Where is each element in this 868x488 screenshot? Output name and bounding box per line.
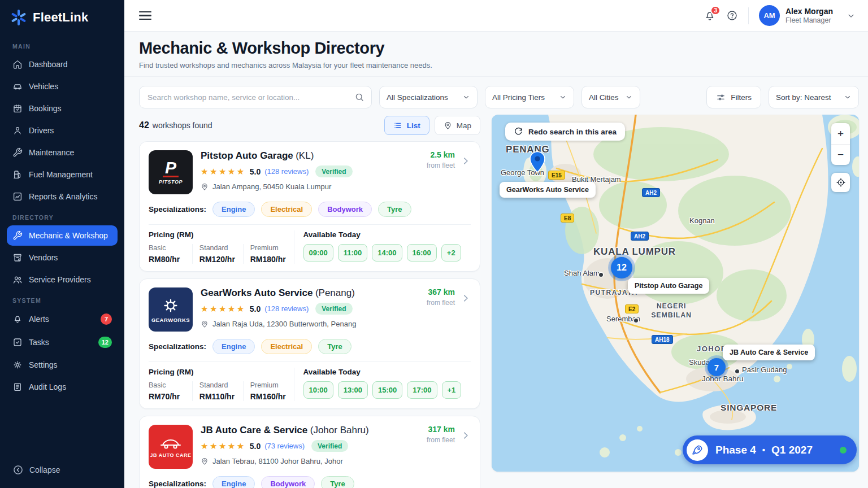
reviews-link[interactable]: (73 reviews) [264,442,305,450]
sidebar: FleetLink MAIN Dashboard Vehicles Bookin… [0,0,124,488]
sidebar-item-vehicles[interactable]: Vehicles [7,76,118,97]
time-slot[interactable]: 17:00 [407,381,437,399]
car-icon [12,81,23,91]
tier-label: Basic [149,381,185,389]
map-cluster-johor-bahru[interactable]: 7 [708,358,726,376]
user-icon [12,125,23,136]
map-region-singapore: SINGAPORE [721,403,777,413]
map-pin-george-town[interactable] [529,151,546,176]
app-root: FleetLink MAIN Dashboard Vehicles Bookin… [0,0,868,488]
search-icon[interactable] [354,92,364,102]
rating-value: 5.0 [250,304,261,313]
filter-toolbar: All Specializations All Pricing Tiers Al… [124,77,868,108]
map-tooltip-gearworks[interactable]: GearWorks Auto Service [500,182,596,198]
specializations-select[interactable]: All Specializations [379,86,478,108]
time-slot[interactable]: 16:00 [407,244,437,262]
sidebar-item-tasks[interactable]: Tasks 12 [7,332,118,353]
time-slot[interactable]: 15:00 [372,381,402,399]
chevron-right-icon[interactable] [461,430,471,443]
availability-title: Available Today [303,230,471,239]
map-town-johor-bahru: Johor Bahru [702,374,744,383]
tier-label: Standard [199,244,236,252]
sidebar-item-label: Mechanic & Workshop [29,231,108,240]
search-input[interactable] [146,93,350,102]
zoom-out-button[interactable]: − [831,144,850,165]
notifications-button[interactable]: 3 [704,10,716,22]
view-toggle-list[interactable]: List [384,116,429,135]
results-count: 42 [139,120,149,130]
time-slot[interactable]: 11:00 [338,244,368,262]
workshop-card-jb-auto-care[interactable]: JB AUTO CARE JB Auto Care & Service (Joh… [139,416,480,488]
zoom-in-button[interactable]: + [831,123,850,144]
sidebar-item-fuel-management[interactable]: Fuel Management [7,164,118,185]
page-title: Mechanic & Workshop Directory [139,39,853,58]
workshop-location-tag: (Penang) [315,287,355,298]
map-cluster-kuala-lumpur[interactable]: 12 [611,257,632,278]
my-location-button[interactable] [831,173,850,192]
road-badge-ah18: AH18 [652,335,673,344]
chevron-right-icon[interactable] [461,293,471,306]
location-pin-icon [201,457,209,465]
sidebar-item-dashboard[interactable]: Dashboard [7,54,118,75]
availability-section: Available Today 09:00 11:00 14:00 16:00 … [294,230,471,264]
chevron-down-icon[interactable] [847,11,856,20]
workshop-card-gearworks[interactable]: GEARWORKS GearWorks Auto Service (Penang… [139,278,480,409]
map-panel[interactable]: Redo search in this area + − PENANG KUAL… [492,115,859,472]
sidebar-item-audit-logs[interactable]: Audit Logs [7,377,118,397]
time-slot[interactable]: 09:00 [303,244,333,262]
fuel-pump-icon [12,169,23,180]
menu-hamburger-button[interactable] [139,9,151,22]
search-box [139,86,372,108]
sidebar-item-service-providers[interactable]: Service Providers [7,269,118,290]
avatar: AM [759,5,780,26]
star-rating-icons: ★★★★★ [201,304,246,314]
sort-select[interactable]: Sort by: Nearest [769,86,859,108]
sidebar-item-bookings[interactable]: Bookings [7,98,118,119]
sidebar-item-maintenance[interactable]: Maintenance [7,142,118,163]
sidebar-item-label: Service Providers [29,275,91,284]
tier-value: RM80/hr [149,255,185,264]
redo-search-button[interactable]: Redo search in this area [505,123,625,141]
pricing-section: Pricing (RM) BasicRM80/hr StandardRM120/… [149,230,294,264]
view-toggle-map[interactable]: Map [435,116,480,135]
more-slots[interactable]: +2 [441,244,461,262]
reviews-link[interactable]: (128 reviews) [264,167,309,176]
pricing-tiers-value: All Pricing Tiers [492,93,545,102]
map-tooltip-jb-auto-care[interactable]: JB Auto Care & Service [723,345,815,360]
map-dot-seremban [634,319,638,323]
location-pin-icon [201,320,209,328]
tier-value: RM70/hr [149,392,185,401]
user-name: Alex Morgan [785,7,833,17]
sidebar-item-drivers[interactable]: Drivers [7,120,118,141]
filters-button[interactable]: Filters [706,86,761,108]
sidebar-item-label: Settings [29,360,58,369]
user-menu[interactable]: AM Alex Morgan Fleet Manager [759,5,856,26]
pricing-title: Pricing (RM) [149,230,294,239]
sidebar-item-label: Tasks [29,338,49,347]
star-rating-icons: ★★★★★ [201,167,246,177]
map-tooltip-pitstop[interactable]: Pitstop Auto Garage [628,278,709,294]
sidebar-item-reports-analytics[interactable]: Reports & Analytics [7,186,118,207]
sidebar-item-alerts[interactable]: Alerts 7 [7,308,118,330]
help-button[interactable] [726,10,738,21]
sidebar-item-mechanic-workshop[interactable]: Mechanic & Workshop [7,225,118,246]
time-slot[interactable]: 10:00 [303,381,333,399]
more-slots[interactable]: +1 [442,381,462,399]
sidebar-item-label: Vendors [29,253,58,262]
time-slot[interactable]: 14:00 [372,244,402,262]
workshop-card-pitstop[interactable]: P PITSTOP Pitstop Auto Garage (KL) ★★★★★ [139,141,480,272]
cities-select[interactable]: All Cities [581,86,640,108]
sidebar-item-label: Alerts [29,315,49,324]
chevron-right-icon[interactable] [461,156,471,168]
sidebar-item-settings[interactable]: Settings [7,355,118,375]
verified-badge: Verified [315,165,352,177]
reviews-link[interactable]: (128 reviews) [264,304,309,313]
sidebar-collapse-button[interactable]: Collapse [7,456,118,488]
logo-text: PITSTOP [159,179,183,185]
chevron-down-icon [462,93,470,101]
phase-label: Phase 4 [715,444,756,456]
sidebar-item-vendors[interactable]: Vendors [7,247,118,268]
spec-chip-tyre: Tyre [321,476,354,488]
pricing-tiers-select[interactable]: All Pricing Tiers [485,86,574,108]
time-slot[interactable]: 13:00 [338,381,368,399]
